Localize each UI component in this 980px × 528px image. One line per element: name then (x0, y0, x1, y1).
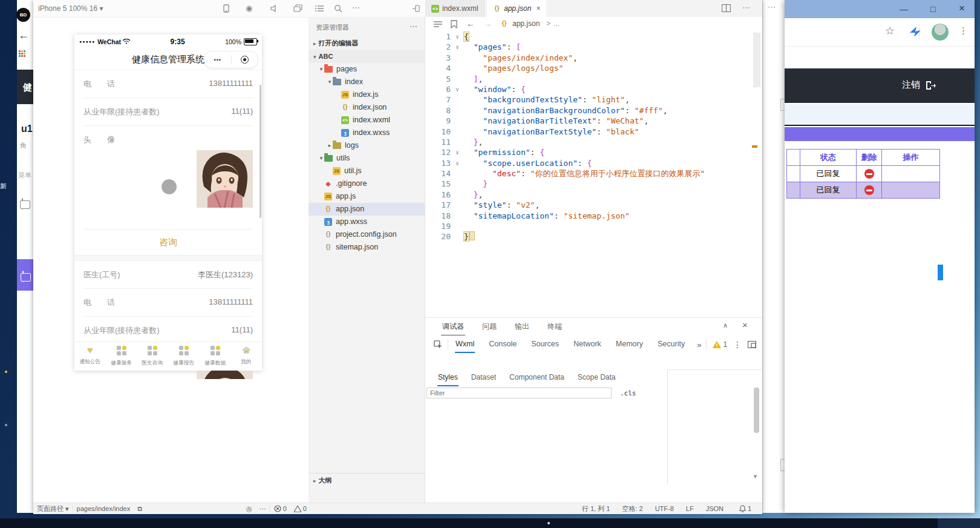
breadcrumb-file[interactable]: app.json (512, 19, 540, 28)
phone-simulator[interactable]: ●●●●● WeChat 9:35 100% 健康信息管理系统 ••• (74, 35, 262, 371)
code-line[interactable]: 16 }, (425, 190, 752, 200)
fold-arrow-icon[interactable]: ∨ (451, 31, 464, 42)
apps-grid-icon[interactable] (19, 50, 27, 59)
windows-taskbar[interactable] (0, 518, 980, 528)
code-line[interactable]: 6∨ "window": { (425, 84, 752, 94)
panel-tab-问题[interactable]: 问题 (481, 318, 498, 336)
back-arrow-icon[interactable]: ← (18, 29, 29, 42)
miniapp-capsule[interactable]: ••• (204, 51, 258, 68)
code-line[interactable]: 17 "style": "v2", (425, 200, 752, 210)
audio-icon[interactable] (270, 4, 278, 13)
extension-bird-icon[interactable] (908, 25, 923, 39)
code-line[interactable]: 10 "navigationBarTextStyle": "black" (425, 127, 752, 137)
styles-tab-styles[interactable]: Styles (437, 369, 459, 386)
devtools-tab-sources[interactable]: Sources (531, 336, 560, 353)
code-line[interactable]: 4 "pages/logs/logs" (425, 63, 752, 73)
code-line[interactable]: 9 "navigationBarTitleText": "WeChat", (425, 116, 752, 126)
tabbar-item-grid[interactable]: 医生咨询 (137, 342, 168, 371)
tree-item-sitemap-json[interactable]: {}sitemap.json (309, 241, 425, 254)
styles-tab-scope-data[interactable]: Scope Data (577, 369, 616, 386)
tree-item-index-js[interactable]: JSindex.js (309, 88, 425, 101)
capsule-more-icon[interactable]: ••• (204, 57, 231, 63)
code-line[interactable]: 11 }, (425, 137, 752, 147)
tree-item-utils[interactable]: ▾utils (309, 152, 425, 165)
editor-scrollbar[interactable] (753, 33, 760, 87)
error-count[interactable]: 0 (274, 505, 287, 512)
stacked-windows-icon[interactable] (22, 199, 23, 210)
table-cell-action[interactable] (882, 166, 940, 182)
code-line[interactable]: 13∨ "scope.userLocation": { (425, 158, 752, 168)
filter-input[interactable] (426, 388, 612, 398)
maximize-button[interactable]: □ (930, 4, 935, 14)
panel-tab-调试器[interactable]: 调试器 (441, 318, 465, 336)
search-icon[interactable] (334, 4, 342, 13)
cascade-windows-icon[interactable] (293, 4, 302, 13)
kebab-menu-icon[interactable]: ⋮ (959, 25, 968, 36)
kebab-menu-icon[interactable]: ⋮ (733, 340, 742, 349)
status-item[interactable]: LF (686, 504, 694, 513)
tree-item-app-js[interactable]: JSapp.js (309, 190, 425, 203)
tab-overflow-icon[interactable]: » (697, 340, 701, 349)
editor-tab-index-wxml[interactable]: <>index.wxml (425, 0, 485, 17)
page-path-selector[interactable]: 页面路径▾ (37, 504, 69, 513)
status-item[interactable]: JSON (706, 504, 724, 513)
fold-arrow-icon[interactable]: ∨ (451, 84, 464, 94)
panel-collapse-icon[interactable]: ∧ (723, 322, 728, 329)
code-line[interactable]: 20} (425, 231, 752, 242)
close-button[interactable]: × (959, 2, 965, 15)
more-icon[interactable]: ⋯ (768, 2, 776, 12)
panel-tab-输出[interactable]: 输出 (514, 318, 531, 336)
device-selector[interactable]: iPhone 5 100% 16 ▾ (38, 4, 103, 13)
undock-icon[interactable] (748, 341, 756, 348)
nav-back-icon[interactable]: ← (466, 19, 475, 28)
styles-tab-component-data[interactable]: Component Data (509, 369, 565, 386)
code-line[interactable]: 12∨ "permission": { (425, 147, 752, 157)
browser-titlebar[interactable]: — □ × (785, 0, 975, 18)
status-item[interactable]: 空格: 2 (622, 504, 642, 513)
warning-icon[interactable] (713, 341, 721, 348)
fold-arrow-icon[interactable]: ∨ (451, 147, 464, 157)
outline-section[interactable]: ▸大纲 (309, 473, 425, 487)
editor-tab-app-json[interactable]: {}app.json× (487, 0, 546, 17)
minimize-button[interactable]: — (900, 4, 908, 14)
record-icon[interactable]: ◉ (246, 4, 252, 13)
sidebar-item-selected[interactable] (17, 259, 33, 291)
code-editor[interactable]: 1∨{2∨ "pages": [3 "pages/index/index",4 … (425, 31, 752, 315)
element-tree-area[interactable] (425, 354, 762, 370)
warning-count[interactable]: 0 (294, 505, 307, 512)
devtools-tab-security[interactable]: Security (657, 336, 685, 353)
tabbar-item-grid[interactable]: 健康服务 (106, 342, 137, 371)
tabbar-item-flower[interactable]: ✿我的 (230, 342, 262, 371)
table-cell-action[interactable] (882, 182, 940, 199)
code-line[interactable]: 18 "sitemapLocation": "sitemap.json" (425, 211, 752, 221)
more-icon[interactable]: ⋯ (352, 3, 360, 12)
tree-item-index-wxml[interactable]: <>index.wxml (309, 114, 425, 127)
fold-arrow-icon[interactable]: ∨ (451, 42, 464, 52)
tree-item-index-wxss[interactable]: ʒindex.wxss (309, 127, 425, 139)
compile-plug-icon[interactable] (413, 4, 422, 13)
styles-tab-dataset[interactable]: Dataset (471, 369, 497, 386)
code-line[interactable]: 7 "backgroundTextStyle": "light", (425, 94, 752, 105)
more-icon[interactable]: ⋯ (742, 3, 750, 12)
tree-item--gitignore[interactable]: ◆.gitignore (309, 177, 425, 190)
bookmark-star-icon[interactable]: ☆ (885, 24, 895, 38)
bookmark-icon[interactable] (451, 20, 457, 28)
copy-icon[interactable]: ⧉ (137, 505, 142, 513)
avatar-image[interactable] (197, 150, 253, 208)
tree-item-index-json[interactable]: {}index.json (309, 101, 425, 114)
code-line[interactable]: 5 ], (425, 74, 752, 84)
code-line[interactable]: 1∨{ (425, 31, 752, 42)
eye-icon[interactable]: ◎ (246, 505, 252, 513)
breadcrumb-more[interactable]: ... (554, 19, 560, 28)
tree-item-pages[interactable]: ▾pages (309, 63, 425, 76)
tree-item-util-js[interactable]: JSutil.js (309, 165, 425, 177)
outline-list-icon[interactable] (434, 21, 442, 28)
status-item[interactable]: 行 1, 列 1 (582, 504, 610, 513)
code-line[interactable]: 19 (425, 221, 752, 231)
more-icon[interactable]: ⋯ (260, 505, 266, 513)
devtools-tab-console[interactable]: Console (488, 336, 517, 353)
logout-exit-icon[interactable] (926, 81, 936, 90)
rotate-device-icon[interactable] (222, 4, 230, 13)
tree-item-project-config-json[interactable]: {}project.config.json (309, 228, 425, 241)
code-line[interactable]: 14 "desc": "你的位置信息将用于小程序位置接口的效果展示" (425, 168, 752, 179)
